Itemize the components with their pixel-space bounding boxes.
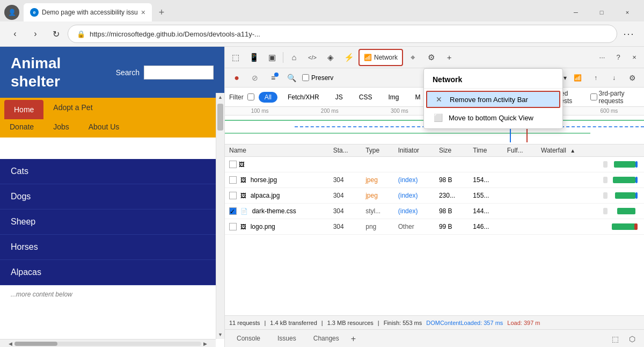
upload-button[interactable]: ↑: [588, 70, 603, 85]
filter-fetch-xhr-button[interactable]: Fetch/XHR: [282, 92, 325, 103]
help-button[interactable]: ?: [611, 50, 626, 65]
waterfall-column-header[interactable]: Waterfall ▲: [537, 144, 644, 157]
dock-icon[interactable]: ⬚: [608, 331, 623, 346]
table-row[interactable]: ✓ 📄 dark-theme.css 304 styl... (index) 9…: [225, 204, 644, 219]
move-icon: ⬜: [433, 113, 443, 122]
row-checkbox[interactable]: [229, 161, 237, 168]
filter-label: Filter: [229, 93, 244, 101]
maximize-button[interactable]: □: [589, 4, 614, 21]
device-emulation-button[interactable]: 📱: [245, 49, 262, 66]
filter-all-button[interactable]: All: [259, 92, 277, 103]
application-settings-tab[interactable]: ⚙: [422, 49, 440, 66]
panel-settings-icon[interactable]: ⬡: [625, 331, 640, 346]
name-cell: 🖼 alpaca.jpg: [225, 188, 329, 204]
download-button[interactable]: ↓: [606, 70, 621, 85]
scroll-down-button[interactable]: ▼: [216, 330, 224, 339]
hscroll-left-arrow[interactable]: ◀: [9, 341, 12, 346]
close-devtools-button[interactable]: ×: [627, 50, 642, 65]
name-column-header[interactable]: Name: [225, 144, 329, 157]
search-network-button[interactable]: 🔍: [284, 70, 299, 85]
nav-donate[interactable]: Donate: [0, 119, 43, 134]
overflow-menu-button[interactable]: ···: [595, 50, 610, 65]
sources-tab[interactable]: ◈: [322, 49, 339, 66]
new-tab-button[interactable]: +: [154, 5, 169, 20]
network-table[interactable]: Name Sta... Type Initiator Size Time Ful…: [225, 144, 644, 315]
nav-home[interactable]: Home: [4, 100, 43, 119]
sheep-item[interactable]: Sheep: [0, 209, 224, 235]
record-button[interactable]: ●: [229, 70, 244, 85]
alpacas-item[interactable]: Alpacas: [0, 260, 224, 285]
window-close-button[interactable]: ×: [615, 4, 640, 21]
changes-tab-button[interactable]: Changes: [306, 331, 347, 346]
requests-count: 11 requests: [229, 320, 260, 326]
nav-adopt[interactable]: Adopt a Pet: [43, 98, 102, 119]
table-body: 🖼: [225, 157, 644, 235]
row-checkbox[interactable]: [229, 176, 237, 184]
issues-tab-button[interactable]: Issues: [270, 331, 304, 346]
search-input[interactable]: [144, 66, 214, 79]
refresh-button[interactable]: ↻: [47, 25, 64, 42]
stop-button[interactable]: ⊘: [247, 70, 262, 85]
network-tab-button[interactable]: 📶 Network: [358, 49, 403, 66]
filter-css-button[interactable]: CSS: [353, 92, 378, 103]
sidebar-toggle-button[interactable]: ▣: [264, 49, 281, 66]
horses-item[interactable]: Horses: [0, 235, 224, 260]
row-checkbox[interactable]: [229, 223, 237, 230]
vertical-scrollbar[interactable]: ▼: [216, 93, 224, 339]
minimize-button[interactable]: ─: [564, 4, 588, 21]
fulfilled-column-header[interactable]: Fulf...: [503, 144, 537, 157]
more-options-button[interactable]: ···: [620, 25, 638, 42]
network-settings-button[interactable]: ⚙: [625, 70, 640, 85]
tab-close-button[interactable]: ×: [141, 9, 145, 16]
truncated-content: ...more content below: [0, 285, 224, 303]
dogs-item[interactable]: Dogs: [0, 184, 224, 209]
elements-tab[interactable]: ⌂: [286, 49, 303, 66]
hscroll-thumb[interactable]: [14, 342, 57, 346]
back-button[interactable]: ‹: [6, 25, 24, 42]
table-row[interactable]: 🖼 horse.jpg 304 jpeg (index) 98 B 154...: [225, 172, 644, 188]
filter-button[interactable]: ≡: [266, 70, 281, 85]
address-bar: ‹ › ↻ 🔒 https://microsoftedge.github.io/…: [0, 21, 644, 46]
status-column-header[interactable]: Sta...: [329, 144, 362, 157]
hscroll-right-arrow[interactable]: ▶: [203, 341, 207, 346]
filter-img-button[interactable]: Img: [382, 92, 405, 103]
accessibility-tab[interactable]: ⌖: [404, 49, 421, 66]
type-column-header[interactable]: Type: [361, 144, 394, 157]
row-checkbox[interactable]: [229, 192, 237, 199]
cats-item[interactable]: Cats: [0, 159, 224, 184]
animal-list: Cats Dogs Sheep Horses Alpacas: [0, 159, 224, 285]
scroll-up-button[interactable]: ▲: [216, 93, 224, 102]
filter-js-button[interactable]: JS: [330, 92, 349, 103]
scrollbar-thumb[interactable]: [217, 104, 223, 131]
network-context-menu: Network ✕ Remove from Activity Bar ⬜ Mov…: [423, 68, 563, 129]
remove-from-activity-bar-item[interactable]: ✕ Remove from Activity Bar: [426, 91, 560, 108]
table-row[interactable]: 🖼 logo.png 304 png Other 99 B 146...: [225, 219, 644, 235]
ruler-100ms: 100 ms: [225, 108, 295, 114]
context-menu-title: Network: [424, 71, 562, 89]
console-tab[interactable]: </>: [304, 49, 321, 66]
console-tab-button[interactable]: Console: [229, 331, 268, 346]
profile-avatar[interactable]: 👤: [4, 5, 19, 20]
third-party-checkbox[interactable]: 3rd-party requests: [590, 90, 640, 105]
time-column-header[interactable]: Time: [469, 144, 502, 157]
nav-about[interactable]: About Us: [79, 119, 129, 134]
url-bar[interactable]: 🔒 https://microsoftedge.github.io/Demos/…: [68, 25, 617, 43]
table-header-row: Name Sta... Type Initiator Size Time Ful…: [225, 144, 644, 157]
table-row[interactable]: 🖼: [225, 157, 644, 172]
performance-tab[interactable]: ⚡: [340, 49, 357, 66]
tab-favicon: e: [30, 8, 39, 17]
add-panel-button[interactable]: +: [351, 334, 356, 344]
horizontal-scrollbar[interactable]: ◀ ▶: [0, 339, 216, 347]
filter-checkbox[interactable]: [247, 93, 254, 100]
row-checkbox[interactable]: ✓: [229, 207, 237, 215]
browser-tab[interactable]: e Demo page with accessibility issu ×: [24, 3, 152, 21]
inspect-element-button[interactable]: ⬚: [227, 49, 244, 66]
table-row[interactable]: 🖼 alpaca.jpg 304 jpeg (index) 230... 155…: [225, 188, 644, 204]
nav-jobs[interactable]: Jobs: [43, 119, 79, 134]
forward-button[interactable]: ›: [27, 25, 44, 42]
add-tab-button[interactable]: +: [441, 49, 458, 66]
move-to-bottom-item[interactable]: ⬜ Move to bottom Quick View: [424, 109, 562, 126]
initiator-column-header[interactable]: Initiator: [394, 144, 435, 157]
preserve-log-checkbox[interactable]: Preserv: [302, 74, 333, 82]
size-column-header[interactable]: Size: [435, 144, 469, 157]
